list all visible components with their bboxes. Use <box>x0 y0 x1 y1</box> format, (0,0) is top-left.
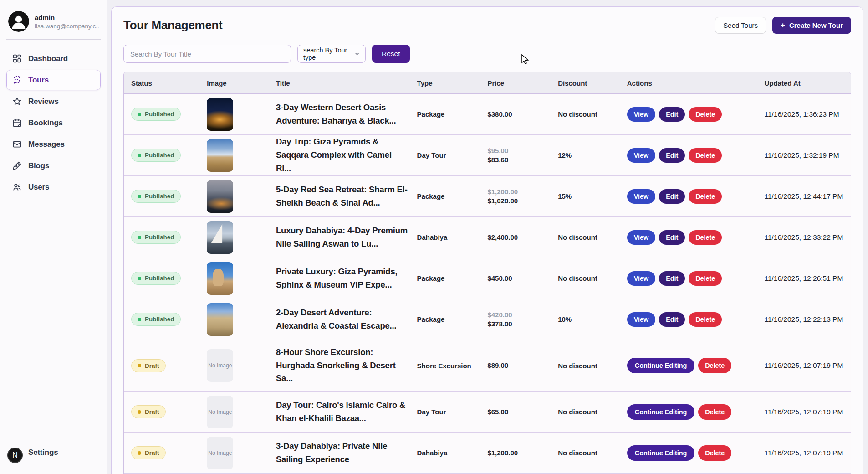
continue-editing-button[interactable]: Continue Editing <box>627 404 694 420</box>
sidebar-item-blogs[interactable]: Blogs <box>6 155 101 176</box>
edit-button[interactable]: Edit <box>659 312 685 327</box>
main-area: Tour Management Seed Tours + Create New … <box>107 0 868 474</box>
star-icon <box>12 97 22 106</box>
column-header-title: Title <box>271 79 413 87</box>
sidebar-item-dashboard[interactable]: Dashboard <box>6 48 101 69</box>
updated-at: 11/16/2025, 12:07:19 PM <box>760 408 851 416</box>
old-price: $95.00 <box>487 147 549 155</box>
column-header-status: Status <box>124 79 202 87</box>
view-button[interactable]: View <box>627 312 655 327</box>
current-price: $380.00 <box>487 110 512 118</box>
status-badge: Published <box>131 231 181 244</box>
tour-price: $420.00 $378.00 <box>483 311 553 328</box>
sidebar: admin lisa.wang@company.c... DashboardTo… <box>0 0 107 474</box>
seed-tours-button[interactable]: Seed Tours <box>715 17 766 34</box>
row-actions: Continue EditingDelete <box>623 445 760 461</box>
column-header-discount: Discount <box>553 79 623 87</box>
tour-title: Day Trip: Giza Pyramids & Saqqara Comple… <box>276 137 392 172</box>
table-body: Published 3-Day Western Desert Oasis Adv… <box>124 94 851 474</box>
view-button[interactable]: View <box>627 271 655 286</box>
delete-button[interactable]: Delete <box>689 271 722 286</box>
current-price: $83.60 <box>487 156 508 164</box>
plus-icon: + <box>781 21 785 29</box>
tour-type: Day Tour <box>413 408 483 416</box>
view-button[interactable]: View <box>627 189 655 204</box>
delete-button[interactable]: Delete <box>689 189 722 204</box>
status-badge: Published <box>131 313 181 326</box>
tour-title: 3-Day Western Desert Oasis Adventure: Ba… <box>276 103 396 125</box>
current-price: $89.00 <box>487 361 508 369</box>
tour-type: Dahabiya <box>413 449 483 457</box>
tour-price: $89.00 <box>483 361 553 370</box>
status-dot-icon <box>138 318 141 321</box>
column-header-actions: Actions <box>623 79 760 87</box>
current-price: $378.00 <box>487 320 512 328</box>
delete-button[interactable]: Delete <box>698 404 731 420</box>
old-price: $1,200.00 <box>487 188 549 196</box>
chevron-down-icon <box>354 51 360 57</box>
table-row: Published 5-Day Red Sea Retreat: Sharm E… <box>124 176 851 217</box>
tour-title: Luxury Dahabiya: 4-Day Premium Nile Sail… <box>276 226 408 248</box>
sidebar-item-users[interactable]: Users <box>6 177 101 197</box>
tour-title: 8-Hour Shore Excursion: Hurghada Snorkel… <box>276 347 396 383</box>
discount: No discount <box>553 274 623 282</box>
column-header-price: Price <box>483 79 553 87</box>
updated-at: 11/16/2025, 12:26:51 PM <box>760 274 851 283</box>
updated-at: 11/16/2025, 1:32:19 PM <box>760 151 851 160</box>
reset-button[interactable]: Reset <box>372 45 410 63</box>
tour-type-dropdown-value: search By Tour type <box>303 46 354 61</box>
status-dot-icon <box>138 364 141 367</box>
delete-button[interactable]: Delete <box>698 358 731 373</box>
user-avatar-icon <box>8 11 29 32</box>
edit-button[interactable]: Edit <box>659 189 685 204</box>
updated-at: 11/16/2025, 12:07:19 PM <box>760 449 851 457</box>
delete-button[interactable]: Delete <box>689 312 722 327</box>
sidebar-item-bookings[interactable]: Bookings <box>6 113 101 133</box>
delete-button[interactable]: Delete <box>698 445 731 461</box>
envelope-icon <box>12 139 22 149</box>
table-row: Published 3-Day Western Desert Oasis Adv… <box>124 94 851 135</box>
status-badge: Published <box>131 108 181 121</box>
create-new-tour-button[interactable]: + Create New Tour <box>772 17 851 34</box>
delete-button[interactable]: Delete <box>689 230 722 245</box>
sidebar-item-reviews[interactable]: Reviews <box>6 91 101 112</box>
current-price: $450.00 <box>487 274 512 282</box>
tours-table: StatusImageTitleTypePriceDiscountActions… <box>123 72 851 474</box>
tour-thumbnail: No Image <box>207 349 233 382</box>
sidebar-item-tours[interactable]: Tours <box>6 70 101 90</box>
tour-price: $65.00 <box>483 408 553 416</box>
view-button[interactable]: View <box>627 230 655 245</box>
pen-icon <box>12 161 22 170</box>
table-row: Published Day Trip: Giza Pyramids & Saqq… <box>124 135 851 176</box>
tour-type-dropdown[interactable]: search By Tour type <box>297 45 366 63</box>
row-actions: Continue EditingDelete <box>623 404 760 420</box>
edit-button[interactable]: Edit <box>659 230 685 245</box>
sidebar-item-label: Blogs <box>28 161 49 170</box>
updated-at: 11/16/2025, 1:36:23 PM <box>760 110 851 118</box>
delete-button[interactable]: Delete <box>689 107 722 122</box>
discount: 15% <box>553 192 623 200</box>
status-dot-icon <box>138 195 141 198</box>
status-dot-icon <box>138 113 141 116</box>
sidebar-item-label: Tours <box>28 76 49 85</box>
updated-at: 11/16/2025, 12:33:22 PM <box>760 233 851 242</box>
continue-editing-button[interactable]: Continue Editing <box>627 358 694 373</box>
sidebar-item-messages[interactable]: Messages <box>6 134 101 155</box>
delete-button[interactable]: Delete <box>689 148 722 163</box>
edit-button[interactable]: Edit <box>659 107 685 122</box>
table-row: Published Private Luxury: Giza Pyramids,… <box>124 258 851 299</box>
tour-price: $1,200.00 $1,020.00 <box>483 188 553 205</box>
edit-button[interactable]: Edit <box>659 148 685 163</box>
user-email: lisa.wang@company.c... <box>35 23 99 30</box>
row-actions: ViewEditDelete <box>623 189 760 204</box>
continue-editing-button[interactable]: Continue Editing <box>627 445 694 461</box>
edit-button[interactable]: Edit <box>659 271 685 286</box>
status-dot-icon <box>138 451 141 455</box>
dev-tools-badge[interactable]: N <box>7 448 23 463</box>
tour-price: $380.00 <box>483 110 553 118</box>
discount: No discount <box>553 110 623 118</box>
search-input[interactable] <box>123 45 291 63</box>
view-button[interactable]: View <box>627 148 655 163</box>
view-button[interactable]: View <box>627 107 655 122</box>
tour-price: $2,400.00 <box>483 233 553 242</box>
